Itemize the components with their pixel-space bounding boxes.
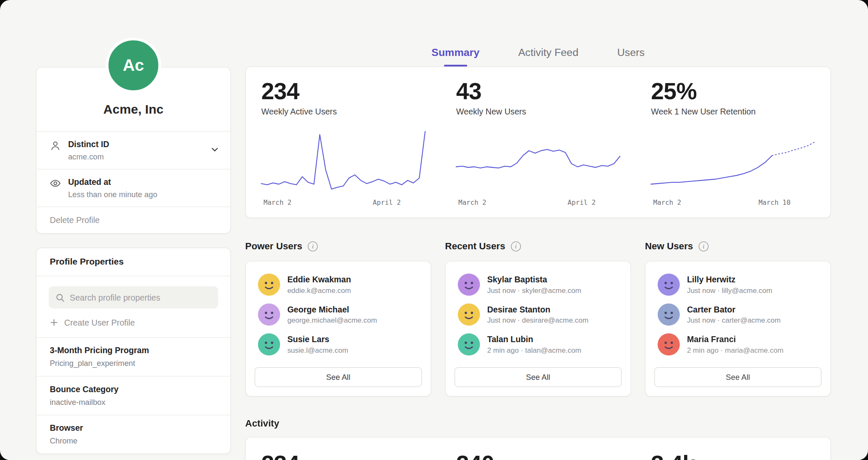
field-value: Less than one minute ago bbox=[68, 190, 157, 199]
user-list-item[interactable]: Maria Franci 2 min ago · maria@acme.com bbox=[654, 329, 821, 360]
company-avatar: Ac bbox=[106, 38, 161, 93]
user-list-item[interactable]: Talan Lubin 2 min ago · talan@acme.com bbox=[454, 329, 621, 360]
profile-sidebar: Ac Acme, Inc Distinct ID acme.com bbox=[36, 38, 231, 454]
user-avatar bbox=[258, 333, 280, 355]
property-value: Chrome bbox=[50, 436, 217, 445]
user-name: Talan Lubin bbox=[487, 335, 581, 344]
tab-bar: Summary Activity Feed Users bbox=[245, 47, 831, 67]
tab-activity-feed[interactable]: Activity Feed bbox=[518, 47, 579, 67]
delete-profile-button[interactable]: Delete Profile bbox=[36, 206, 230, 233]
x-tick: April 2 bbox=[568, 199, 595, 206]
list-header: New Users bbox=[645, 239, 831, 254]
main-content: Summary Activity Feed Users 234 Weekly A… bbox=[245, 47, 831, 460]
field-label: Distinct ID bbox=[68, 139, 109, 149]
tab-summary[interactable]: Summary bbox=[431, 47, 479, 67]
user-subtext: Just now · carter@acme.com bbox=[687, 316, 781, 325]
info-icon[interactable] bbox=[511, 241, 521, 251]
search-icon bbox=[56, 293, 65, 302]
user-name: Skylar Baptista bbox=[487, 275, 581, 284]
activity-stat-value: 240 bbox=[456, 451, 620, 460]
user-avatar bbox=[458, 273, 480, 296]
activity-stat: 240 bbox=[441, 438, 636, 460]
user-subtext: susie.l@acme.com bbox=[287, 346, 348, 354]
user-list-item[interactable]: Lilly Herwitz Just now · lilly@acme.com bbox=[654, 270, 821, 300]
line-chart-weekly-new-users bbox=[456, 130, 620, 192]
list-title: Power Users bbox=[245, 241, 303, 252]
create-user-profile-button[interactable]: Create User Profile bbox=[36, 309, 230, 337]
user-name: Eddie Kwakman bbox=[287, 275, 351, 284]
field-label: Updated at bbox=[68, 177, 157, 187]
property-row: Bounce Category inactive-mailbox bbox=[36, 376, 230, 415]
user-subtext: george.michael@acme.com bbox=[287, 316, 377, 325]
recent-users-section: Recent Users Skylar Baptista Just now · … bbox=[445, 239, 631, 396]
user-lists-row: Power Users Eddie Kwakman eddie.k@acme.c… bbox=[245, 239, 831, 396]
user-avatar bbox=[458, 333, 480, 355]
kpi-value: 25% bbox=[651, 78, 815, 105]
user-avatar bbox=[658, 273, 680, 296]
x-tick: March 10 bbox=[759, 199, 790, 206]
user-list-item[interactable]: Eddie Kwakman eddie.k@acme.com bbox=[255, 270, 422, 300]
user-list-item[interactable]: Desirae Stanton Just now · desirare@acme… bbox=[454, 300, 621, 330]
user-name: George Michael bbox=[287, 304, 377, 314]
kpi-charts-card: 234 Weekly Active Users March 2 April 2 … bbox=[245, 67, 831, 218]
create-user-profile-label: Create User Profile bbox=[64, 318, 135, 327]
search-input[interactable] bbox=[70, 293, 211, 302]
power-users-section: Power Users Eddie Kwakman eddie.k@acme.c… bbox=[245, 239, 431, 396]
see-all-button[interactable]: See All bbox=[654, 367, 821, 387]
user-avatar bbox=[658, 304, 680, 326]
see-all-button[interactable]: See All bbox=[255, 367, 422, 387]
x-axis-ticks: March 2 April 2 bbox=[261, 199, 425, 206]
user-subtext: eddie.k@acme.com bbox=[287, 286, 351, 295]
kpi-value: 43 bbox=[456, 78, 620, 105]
user-subtext: Just now · lilly@acme.com bbox=[687, 286, 772, 295]
tab-users[interactable]: Users bbox=[617, 47, 645, 67]
activity-stats-card: 234 240 3.4k bbox=[245, 437, 831, 460]
property-value: Pricing_plan_experiment bbox=[50, 359, 217, 368]
power-users-card: Eddie Kwakman eddie.k@acme.com George Mi… bbox=[245, 261, 431, 396]
property-value: inactive-mailbox bbox=[50, 398, 217, 407]
field-value: acme.com bbox=[68, 152, 109, 161]
property-name: 3-Month Pricing Program bbox=[50, 346, 217, 355]
x-tick: March 2 bbox=[458, 199, 486, 206]
profile-properties-title: Profile Properties bbox=[36, 248, 230, 276]
search-box bbox=[49, 286, 218, 308]
screenshot-viewport: Ac Acme, Inc Distinct ID acme.com bbox=[0, 0, 868, 460]
activity-stat-value: 234 bbox=[261, 451, 425, 460]
kpi-label: Weekly New Users bbox=[456, 107, 620, 116]
property-name: Bounce Category bbox=[50, 384, 217, 393]
x-axis-ticks: March 2 March 10 bbox=[651, 199, 815, 206]
activity-stat-value: 3.4k bbox=[651, 451, 815, 460]
user-subtext: 2 min ago · maria@acme.com bbox=[687, 346, 784, 354]
x-tick: April 2 bbox=[373, 199, 401, 206]
company-profile-page: Ac Acme, Inc Distinct ID acme.com bbox=[0, 0, 868, 460]
list-title: New Users bbox=[645, 241, 693, 252]
kpi-weekly-active-users: 234 Weekly Active Users March 2 April 2 bbox=[246, 67, 441, 217]
see-all-button[interactable]: See All bbox=[454, 367, 621, 387]
plus-icon bbox=[50, 318, 58, 327]
property-row: Browser Chrome bbox=[36, 415, 230, 453]
activity-stat: 3.4k bbox=[635, 438, 830, 460]
new-users-section: New Users Lilly Herwitz Just now · lilly… bbox=[645, 239, 831, 396]
info-icon[interactable] bbox=[308, 241, 318, 251]
activity-stat: 234 bbox=[246, 438, 441, 460]
user-subtext: Just now · skyler@acme.com bbox=[487, 286, 581, 295]
user-avatar bbox=[258, 273, 280, 296]
user-avatar bbox=[458, 304, 480, 326]
info-icon[interactable] bbox=[698, 241, 709, 251]
user-name: Lilly Herwitz bbox=[687, 275, 772, 284]
user-list-item[interactable]: George Michael george.michael@acme.com bbox=[255, 300, 422, 330]
kpi-label: Weekly Active Users bbox=[261, 107, 425, 116]
user-list-item[interactable]: Susie Lars susie.l@acme.com bbox=[255, 329, 422, 360]
distinct-id-row[interactable]: Distinct ID acme.com bbox=[36, 131, 230, 169]
activity-section-title: Activity bbox=[245, 418, 831, 429]
chevron-down-icon[interactable] bbox=[210, 145, 219, 154]
property-row: 3-Month Pricing Program Pricing_plan_exp… bbox=[36, 337, 230, 376]
user-list-item[interactable]: Carter Bator Just now · carter@acme.com bbox=[654, 300, 821, 330]
user-subtext: Just now · desirare@acme.com bbox=[487, 316, 588, 325]
kpi-label: Week 1 New User Retention bbox=[651, 107, 815, 116]
kpi-weekly-new-users: 43 Weekly New Users March 2 April 2 bbox=[441, 67, 636, 217]
user-list-item[interactable]: Skylar Baptista Just now · skyler@acme.c… bbox=[454, 270, 621, 300]
property-name: Browser bbox=[50, 423, 217, 432]
new-users-card: Lilly Herwitz Just now · lilly@acme.com … bbox=[645, 261, 831, 396]
list-title: Recent Users bbox=[445, 241, 505, 252]
